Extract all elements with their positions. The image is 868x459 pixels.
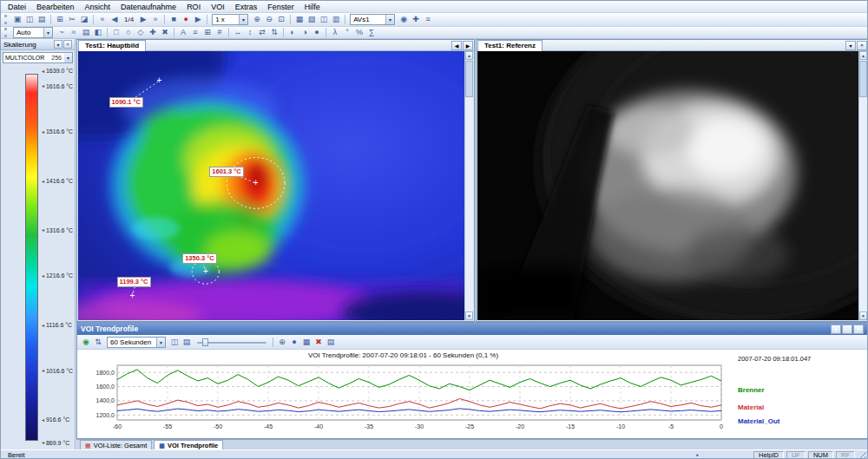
ref-window-tab[interactable]: Test1: Referenz: [477, 40, 542, 51]
tool-icon[interactable]: ⊞: [54, 14, 66, 25]
tool-icon[interactable]: «: [96, 14, 108, 25]
menu-roi[interactable]: ROI: [181, 2, 206, 12]
trend-titlebar[interactable]: VOI Trendprofile ▾ □ ×: [77, 323, 868, 335]
tool-icon[interactable]: ✚: [410, 14, 422, 25]
chevron-down-icon[interactable]: ▾: [239, 15, 247, 24]
trend-menu-button[interactable]: ▾: [831, 325, 841, 334]
window-menu-button[interactable]: ▾: [845, 41, 856, 50]
tool-icon[interactable]: ~: [56, 27, 68, 38]
tab-voi-liste-gesamt[interactable]: ▦VOI-Liste: Gesamt: [80, 440, 152, 449]
trend-close-button[interactable]: ×: [853, 325, 864, 334]
scroll-down-icon[interactable]: ▼: [465, 311, 473, 320]
color-scale-bar[interactable]: [25, 74, 38, 441]
tool-icon[interactable]: ◧: [92, 27, 104, 38]
menu-fenster[interactable]: Fenster: [262, 2, 299, 12]
auto-scaling-combo[interactable]: Auto ▾: [13, 27, 53, 38]
tool-icon[interactable]: ◫: [318, 14, 330, 25]
tool-icon[interactable]: ▥: [330, 14, 342, 25]
tool-icon[interactable]: ⇄: [256, 27, 268, 38]
menu-ansicht[interactable]: Ansicht: [80, 2, 116, 12]
tool-icon[interactable]: ◇: [135, 27, 147, 38]
tool-icon[interactable]: ⊖: [263, 14, 275, 25]
tool-icon[interactable]: ∑: [365, 27, 378, 38]
reference-image[interactable]: [477, 51, 858, 320]
main-window-tab[interactable]: Test1: Hauptbild: [78, 40, 146, 51]
tool-icon[interactable]: ●: [288, 337, 300, 348]
tool-icon[interactable]: ≡: [189, 27, 201, 38]
tool-icon[interactable]: λ: [329, 27, 341, 38]
menu-extras[interactable]: Extras: [230, 2, 263, 12]
main-vertical-scrollbar[interactable]: ▲ ▼: [464, 51, 473, 320]
tool-icon[interactable]: ⊞: [201, 27, 214, 38]
tool-icon[interactable]: ◫: [23, 14, 36, 25]
tool-icon[interactable]: ▧: [306, 14, 318, 25]
trend-maximize-button[interactable]: □: [842, 325, 852, 334]
tool-icon[interactable]: ●: [180, 14, 192, 25]
tool-icon[interactable]: ◫: [168, 337, 181, 348]
tool-icon[interactable]: A: [177, 27, 189, 38]
panel-close-button[interactable]: ×: [63, 40, 72, 49]
tool-icon[interactable]: ◉: [398, 14, 410, 25]
zoom-combo[interactable]: 1 x ▾: [212, 14, 248, 25]
tab-voi-trendprofile[interactable]: ▦VOI Trendprofile: [154, 440, 223, 449]
tool-icon[interactable]: ▦: [293, 14, 306, 25]
chevron-down-icon[interactable]: ▾: [156, 338, 165, 347]
tool-icon[interactable]: ≈: [68, 27, 80, 38]
menu-voi[interactable]: VOI: [206, 2, 230, 12]
scroll-up-icon[interactable]: ▲: [465, 51, 473, 60]
tool-icon[interactable]: ⊕: [251, 14, 263, 25]
scroll-up-icon[interactable]: ▲: [859, 51, 867, 60]
tool-icon[interactable]: ✂: [66, 14, 78, 25]
nav-right-button[interactable]: ▶: [463, 41, 473, 50]
tool-icon[interactable]: ◑: [299, 27, 311, 38]
time-slider[interactable]: [197, 338, 266, 347]
tool-icon[interactable]: ◐: [286, 27, 299, 38]
chevron-down-icon[interactable]: ▾: [385, 15, 394, 24]
scroll-thumb[interactable]: [465, 61, 473, 97]
interval-combo[interactable]: 60 Sekunden ▾: [107, 337, 166, 348]
scaling-panel-titlebar[interactable]: Skalierung ▾ ×: [1, 39, 75, 50]
tool-icon[interactable]: ◉: [80, 337, 92, 348]
tool-icon[interactable]: ▤: [36, 14, 48, 25]
tool-icon[interactable]: ▤: [80, 27, 92, 38]
tool-icon[interactable]: ◀: [108, 14, 121, 25]
tool-icon[interactable]: ▣: [11, 14, 23, 25]
tool-icon[interactable]: ⇅: [92, 337, 104, 348]
toolbar-grip[interactable]: [4, 15, 9, 24]
tool-icon[interactable]: ▦: [300, 337, 312, 348]
tool-icon[interactable]: ≡: [422, 14, 434, 25]
menu-bearbeiten[interactable]: Bearbeiten: [31, 2, 80, 12]
tool-icon[interactable]: ●: [311, 27, 323, 38]
tool-icon[interactable]: ○: [122, 27, 135, 38]
thermal-image[interactable]: ++++ 1090.1 °C1601.3 °C1350.3 °C1199.3 °…: [78, 51, 464, 320]
tool-icon[interactable]: ▶: [192, 14, 204, 25]
tool-icon[interactable]: %: [353, 27, 365, 38]
resize-grip[interactable]: [858, 451, 866, 459]
tool-icon[interactable]: ⊕: [276, 337, 288, 348]
tool-icon[interactable]: °: [341, 27, 353, 38]
tool-icon[interactable]: ◪: [78, 14, 90, 25]
toolbar-grip[interactable]: [4, 28, 9, 37]
tool-icon[interactable]: ✖: [159, 27, 171, 38]
tool-icon[interactable]: ↔: [232, 27, 244, 38]
menu-hilfe[interactable]: Hilfe: [299, 2, 326, 12]
ref-vertical-scrollbar[interactable]: ▲ ▼: [858, 51, 867, 320]
palette-combo[interactable]: MULTICOLOR 256 ▾: [3, 52, 73, 63]
scroll-thumb[interactable]: [859, 61, 867, 97]
tool-icon[interactable]: ✖: [312, 337, 325, 348]
tool-icon[interactable]: ▶: [137, 14, 149, 25]
tool-icon[interactable]: ⇅: [268, 27, 280, 38]
tool-icon[interactable]: »: [149, 14, 161, 25]
tool-icon[interactable]: ⊡: [275, 14, 287, 25]
trend-chart[interactable]: -60-55-50-45-40-35-30-25-20-15-10-501200…: [79, 361, 730, 437]
avs-combo[interactable]: AVs1 ▾: [350, 14, 395, 25]
menu-datei[interactable]: Datei: [3, 2, 31, 12]
tool-icon[interactable]: ▤: [325, 337, 337, 348]
panel-menu-button[interactable]: ▾: [54, 40, 62, 49]
tool-icon[interactable]: #: [214, 27, 226, 38]
tool-icon[interactable]: ▤: [181, 337, 193, 348]
scroll-down-icon[interactable]: ▼: [859, 311, 867, 320]
chevron-down-icon[interactable]: ▾: [43, 28, 52, 37]
tool-icon[interactable]: ■: [168, 14, 180, 25]
tool-icon[interactable]: ✚: [147, 27, 159, 38]
